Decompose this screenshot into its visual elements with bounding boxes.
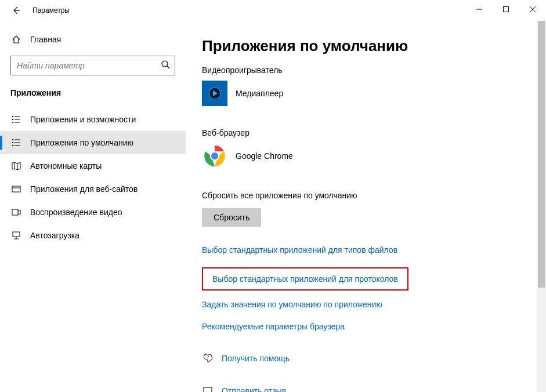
page-title: Приложения по умолчанию	[202, 37, 530, 55]
svg-rect-13	[12, 142, 13, 143]
video-player-selector[interactable]: Медиаплеер	[202, 81, 530, 106]
close-button[interactable]	[519, 0, 546, 19]
back-button[interactable]	[10, 5, 22, 16]
link-protocols[interactable]: Выбор стандартных приложений для протоко…	[202, 267, 408, 291]
sidebar-item-video-playback[interactable]: Воспроизведение видео	[0, 201, 186, 224]
chrome-icon	[202, 143, 227, 169]
web-browser-selector[interactable]: Google Chrome	[202, 143, 530, 169]
sidebar-item-label: Приложения по умолчанию	[30, 138, 133, 147]
svg-rect-8	[12, 122, 13, 123]
home-label: Главная	[30, 35, 61, 44]
map-icon	[12, 161, 21, 170]
arrow-left-icon	[12, 6, 21, 15]
get-help-row[interactable]: ? Получить помощь	[202, 353, 530, 364]
link-file-types[interactable]: Выбор стандартных приложений для типов ф…	[202, 245, 397, 255]
web-browser-header: Веб-браузер	[202, 128, 530, 137]
home-nav[interactable]: Главная	[0, 29, 186, 50]
svg-rect-12	[12, 139, 13, 140]
window-title: Параметры	[32, 6, 70, 14]
svg-rect-7	[12, 119, 13, 120]
svg-point-30	[211, 153, 218, 159]
list-icon	[12, 115, 21, 124]
web-app-label: Google Chrome	[236, 151, 293, 161]
minimize-icon	[476, 6, 482, 12]
video-player-header: Видеопроигрыватель	[202, 66, 530, 75]
startup-icon	[12, 231, 21, 240]
video-app-label: Медиаплеер	[236, 89, 283, 98]
sidebar-item-label: Приложения и возможности	[30, 115, 136, 124]
sidebar-item-label: Приложения для веб-сайтов	[30, 184, 138, 194]
default-apps-icon	[12, 138, 21, 147]
help-icon: ?	[203, 353, 213, 364]
maximize-icon	[503, 6, 509, 12]
svg-rect-14	[12, 145, 13, 146]
svg-line-5	[167, 66, 169, 68]
svg-rect-32	[204, 387, 212, 392]
get-help-label: Получить помощь	[222, 354, 290, 363]
sidebar-item-apps-websites[interactable]: Приложения для веб-сайтов	[0, 177, 186, 201]
content-area: Приложения по умолчанию Видеопроигрывате…	[186, 21, 546, 392]
sidebar: Главная Приложения Приложения и возможно…	[0, 21, 186, 392]
svg-point-4	[162, 61, 168, 67]
sidebar-item-offline-maps[interactable]: Автономные карты	[0, 154, 186, 177]
websites-icon	[12, 184, 21, 194]
sidebar-item-apps-features[interactable]: Приложения и возможности	[0, 108, 186, 131]
scrollbar-thumb[interactable]	[538, 21, 545, 288]
sidebar-item-label: Воспроизведение видео	[30, 208, 122, 217]
media-player-icon	[202, 81, 227, 106]
feedback-icon	[203, 386, 213, 392]
sidebar-item-startup[interactable]: Автозагрузка	[0, 224, 186, 247]
home-icon	[12, 35, 21, 44]
section-header: Приложения	[0, 88, 186, 108]
close-icon	[530, 6, 536, 12]
minimize-button[interactable]	[466, 0, 493, 19]
sidebar-item-label: Автозагрузка	[30, 231, 79, 240]
sidebar-item-default-apps[interactable]: Приложения по умолчанию	[0, 131, 186, 154]
svg-rect-22	[12, 209, 18, 215]
svg-rect-1	[504, 7, 509, 12]
feedback-row[interactable]: Отправить отзыв	[202, 386, 530, 392]
svg-rect-6	[12, 116, 13, 117]
video-icon	[12, 208, 21, 217]
link-browser-recs[interactable]: Рекомендуемые параметры браузера	[202, 322, 345, 331]
link-by-app[interactable]: Задать значения по умолчанию по приложен…	[202, 300, 382, 309]
maximize-button[interactable]	[493, 0, 519, 19]
search-box[interactable]	[10, 56, 175, 75]
svg-rect-20	[12, 186, 20, 192]
search-icon	[161, 60, 170, 69]
search-input[interactable]	[11, 61, 175, 70]
reset-button[interactable]: Сбросить	[202, 208, 261, 227]
feedback-label: Отправить отзыв	[222, 386, 286, 392]
sidebar-item-label: Автономные карты	[30, 161, 102, 170]
svg-rect-23	[13, 232, 20, 237]
reset-header: Сбросить все приложения по умолчанию	[202, 191, 530, 200]
svg-text:?: ?	[207, 354, 209, 360]
